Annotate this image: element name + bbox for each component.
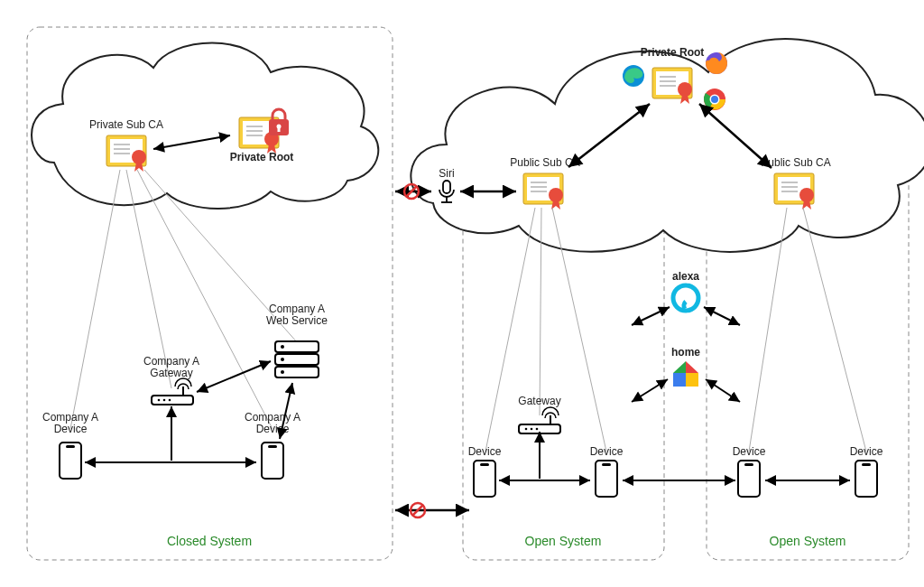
google-home-icon bbox=[673, 361, 698, 387]
home-label: home bbox=[671, 346, 700, 359]
svg-line-42 bbox=[485, 208, 535, 452]
svg-line-51 bbox=[706, 379, 740, 402]
svg-line-49 bbox=[704, 307, 740, 325]
closed-system-label: Closed System bbox=[167, 534, 252, 548]
svg-point-39 bbox=[711, 96, 718, 103]
device-label: Device bbox=[468, 445, 502, 458]
device-label: Device bbox=[733, 445, 766, 458]
phone-icon bbox=[60, 443, 81, 479]
device-b-label: Company ADevice bbox=[245, 411, 300, 435]
firefox-browser-icon bbox=[706, 52, 727, 74]
webservice-label: Company AWeb Service bbox=[266, 303, 328, 327]
phone-icon bbox=[262, 443, 283, 479]
closed-cloud bbox=[32, 43, 378, 210]
alexa-label: alexa bbox=[672, 270, 699, 283]
private-sub-ca-label: Private Sub CA bbox=[89, 118, 163, 131]
chrome-browser-icon bbox=[704, 89, 725, 110]
svg-line-46 bbox=[803, 208, 866, 452]
svg-line-50 bbox=[632, 379, 668, 402]
public-private-root-label: Private Root bbox=[641, 46, 705, 59]
svg-line-33 bbox=[197, 361, 271, 392]
certificate-icon bbox=[652, 68, 692, 104]
alexa-icon bbox=[673, 285, 698, 311]
device-a-label: Company ADevice bbox=[42, 411, 98, 435]
siri-label: Siri bbox=[439, 167, 454, 180]
svg-line-27 bbox=[70, 170, 120, 429]
phone-icon bbox=[596, 461, 617, 497]
private-root-label: Private Root bbox=[230, 151, 294, 163]
diagram-canvas: Private Sub CA Private Root Company AGat… bbox=[0, 0, 924, 587]
phone-icon bbox=[738, 461, 760, 497]
router-icon bbox=[152, 378, 193, 405]
server-icon bbox=[275, 341, 319, 377]
gateway-a-label: Company AGateway bbox=[143, 355, 199, 379]
phone-icon bbox=[855, 461, 877, 497]
device-label: Device bbox=[590, 445, 624, 458]
certificate-icon bbox=[523, 173, 563, 210]
diagram-svg: Private Sub CA Private Root Company AGat… bbox=[0, 0, 924, 587]
device-label: Device bbox=[850, 445, 883, 458]
edge-browser-icon bbox=[623, 65, 644, 87]
open-system-2-label: Open System bbox=[770, 534, 846, 548]
phone-icon bbox=[474, 461, 495, 497]
certificate-icon bbox=[774, 173, 814, 210]
certificate-icon bbox=[106, 135, 146, 172]
open-system-1-label: Open System bbox=[525, 534, 602, 548]
gateway-label: Gateway bbox=[518, 395, 560, 407]
